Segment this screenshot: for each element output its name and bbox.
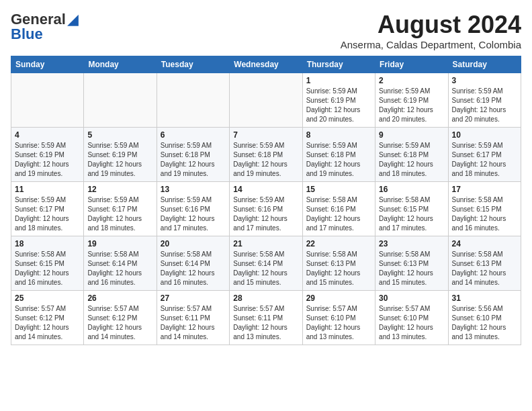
day-number: 22 bbox=[306, 239, 371, 248]
table-row: 15Sunrise: 5:58 AM Sunset: 6:16 PM Dayli… bbox=[302, 182, 375, 236]
table-row: 2Sunrise: 5:59 AM Sunset: 6:19 PM Daylig… bbox=[375, 73, 448, 128]
table-row bbox=[84, 73, 157, 128]
calendar-week-row: 11Sunrise: 5:59 AM Sunset: 6:17 PM Dayli… bbox=[11, 182, 521, 236]
day-info: Sunrise: 5:56 AM Sunset: 6:10 PM Dayligh… bbox=[452, 304, 517, 342]
day-info: Sunrise: 5:59 AM Sunset: 6:18 PM Dayligh… bbox=[161, 141, 226, 179]
calendar-week-row: 1Sunrise: 5:59 AM Sunset: 6:19 PM Daylig… bbox=[11, 73, 521, 128]
day-info: Sunrise: 5:59 AM Sunset: 6:17 PM Dayligh… bbox=[452, 141, 517, 179]
logo-blue: Blue bbox=[11, 26, 43, 43]
logo: General ◢ Blue bbox=[11, 11, 79, 43]
day-info: Sunrise: 5:59 AM Sunset: 6:19 PM Dayligh… bbox=[15, 141, 80, 179]
header-sunday: Sunday bbox=[11, 56, 84, 73]
day-number: 15 bbox=[306, 185, 371, 194]
day-number: 16 bbox=[379, 185, 444, 194]
table-row: 6Sunrise: 5:59 AM Sunset: 6:18 PM Daylig… bbox=[157, 128, 229, 182]
month-year-title: August 2024 bbox=[341, 11, 521, 39]
day-info: Sunrise: 5:58 AM Sunset: 6:13 PM Dayligh… bbox=[306, 250, 371, 287]
day-info: Sunrise: 5:57 AM Sunset: 6:10 PM Dayligh… bbox=[306, 304, 371, 342]
table-row: 4Sunrise: 5:59 AM Sunset: 6:19 PM Daylig… bbox=[11, 128, 84, 182]
day-number: 9 bbox=[379, 130, 444, 140]
calendar-week-row: 18Sunrise: 5:58 AM Sunset: 6:15 PM Dayli… bbox=[11, 236, 521, 291]
day-number: 30 bbox=[379, 293, 444, 303]
day-info: Sunrise: 5:58 AM Sunset: 6:15 PM Dayligh… bbox=[452, 195, 517, 233]
table-row: 18Sunrise: 5:58 AM Sunset: 6:15 PM Dayli… bbox=[11, 236, 84, 291]
day-number: 6 bbox=[161, 130, 226, 140]
table-row: 16Sunrise: 5:58 AM Sunset: 6:15 PM Dayli… bbox=[375, 182, 448, 236]
title-section: August 2024 Anserma, Caldas Department, … bbox=[341, 11, 521, 50]
table-row: 7Sunrise: 5:59 AM Sunset: 6:18 PM Daylig… bbox=[230, 128, 302, 182]
location-subtitle: Anserma, Caldas Department, Colombia bbox=[341, 39, 521, 50]
day-number: 17 bbox=[452, 185, 517, 194]
table-row bbox=[11, 73, 84, 128]
day-info: Sunrise: 5:57 AM Sunset: 6:11 PM Dayligh… bbox=[161, 304, 226, 342]
table-row: 13Sunrise: 5:59 AM Sunset: 6:16 PM Dayli… bbox=[157, 182, 229, 236]
day-number: 21 bbox=[233, 239, 298, 248]
day-info: Sunrise: 5:57 AM Sunset: 6:12 PM Dayligh… bbox=[15, 304, 80, 342]
day-number: 1 bbox=[306, 76, 371, 85]
day-number: 12 bbox=[87, 185, 152, 194]
table-row: 23Sunrise: 5:58 AM Sunset: 6:13 PM Dayli… bbox=[375, 236, 448, 291]
day-number: 23 bbox=[379, 239, 444, 248]
day-number: 25 bbox=[15, 293, 80, 303]
day-number: 2 bbox=[379, 76, 444, 85]
header-monday: Monday bbox=[84, 56, 157, 73]
day-number: 31 bbox=[452, 293, 517, 303]
day-number: 10 bbox=[452, 130, 517, 140]
day-number: 3 bbox=[452, 76, 517, 85]
day-info: Sunrise: 5:59 AM Sunset: 6:18 PM Dayligh… bbox=[379, 141, 444, 179]
day-info: Sunrise: 5:58 AM Sunset: 6:14 PM Dayligh… bbox=[87, 250, 152, 287]
day-info: Sunrise: 5:59 AM Sunset: 6:19 PM Dayligh… bbox=[379, 87, 444, 124]
day-info: Sunrise: 5:59 AM Sunset: 6:18 PM Dayligh… bbox=[306, 141, 371, 179]
table-row bbox=[230, 73, 302, 128]
day-info: Sunrise: 5:59 AM Sunset: 6:16 PM Dayligh… bbox=[233, 195, 298, 233]
table-row: 14Sunrise: 5:59 AM Sunset: 6:16 PM Dayli… bbox=[230, 182, 302, 236]
table-row: 12Sunrise: 5:59 AM Sunset: 6:17 PM Dayli… bbox=[84, 182, 157, 236]
header-tuesday: Tuesday bbox=[157, 56, 229, 73]
table-row: 30Sunrise: 5:57 AM Sunset: 6:10 PM Dayli… bbox=[375, 291, 448, 345]
table-row: 22Sunrise: 5:58 AM Sunset: 6:13 PM Dayli… bbox=[302, 236, 375, 291]
day-number: 4 bbox=[15, 130, 80, 140]
day-number: 29 bbox=[306, 293, 371, 303]
calendar-week-row: 25Sunrise: 5:57 AM Sunset: 6:12 PM Dayli… bbox=[11, 291, 521, 345]
day-info: Sunrise: 5:59 AM Sunset: 6:16 PM Dayligh… bbox=[161, 195, 226, 233]
day-number: 13 bbox=[161, 185, 226, 194]
day-info: Sunrise: 5:59 AM Sunset: 6:18 PM Dayligh… bbox=[233, 141, 298, 179]
table-row bbox=[157, 73, 229, 128]
day-number: 18 bbox=[15, 239, 80, 248]
day-info: Sunrise: 5:59 AM Sunset: 6:19 PM Dayligh… bbox=[452, 87, 517, 124]
day-number: 28 bbox=[233, 293, 298, 303]
day-number: 24 bbox=[452, 239, 517, 248]
calendar-week-row: 4Sunrise: 5:59 AM Sunset: 6:19 PM Daylig… bbox=[11, 128, 521, 182]
day-number: 20 bbox=[161, 239, 226, 248]
day-info: Sunrise: 5:58 AM Sunset: 6:15 PM Dayligh… bbox=[15, 250, 80, 287]
day-number: 11 bbox=[15, 185, 80, 194]
day-info: Sunrise: 5:57 AM Sunset: 6:12 PM Dayligh… bbox=[87, 304, 152, 342]
day-number: 27 bbox=[161, 293, 226, 303]
day-number: 19 bbox=[87, 239, 152, 248]
day-info: Sunrise: 5:58 AM Sunset: 6:13 PM Dayligh… bbox=[379, 250, 444, 287]
day-info: Sunrise: 5:59 AM Sunset: 6:19 PM Dayligh… bbox=[306, 87, 371, 124]
day-number: 8 bbox=[306, 130, 371, 140]
table-row: 10Sunrise: 5:59 AM Sunset: 6:17 PM Dayli… bbox=[448, 128, 521, 182]
day-number: 14 bbox=[233, 185, 298, 194]
table-row: 31Sunrise: 5:56 AM Sunset: 6:10 PM Dayli… bbox=[448, 291, 521, 345]
table-row: 5Sunrise: 5:59 AM Sunset: 6:19 PM Daylig… bbox=[84, 128, 157, 182]
day-info: Sunrise: 5:59 AM Sunset: 6:17 PM Dayligh… bbox=[15, 195, 80, 233]
page-header: General ◢ Blue August 2024 Anserma, Cald… bbox=[11, 11, 521, 50]
day-number: 5 bbox=[87, 130, 152, 140]
table-row: 1Sunrise: 5:59 AM Sunset: 6:19 PM Daylig… bbox=[302, 73, 375, 128]
day-number: 7 bbox=[233, 130, 298, 140]
table-row: 11Sunrise: 5:59 AM Sunset: 6:17 PM Dayli… bbox=[11, 182, 84, 236]
table-row: 28Sunrise: 5:57 AM Sunset: 6:11 PM Dayli… bbox=[230, 291, 302, 345]
table-row: 20Sunrise: 5:58 AM Sunset: 6:14 PM Dayli… bbox=[157, 236, 229, 291]
header-friday: Friday bbox=[375, 56, 448, 73]
table-row: 27Sunrise: 5:57 AM Sunset: 6:11 PM Dayli… bbox=[157, 291, 229, 345]
calendar-header-row: Sunday Monday Tuesday Wednesday Thursday… bbox=[11, 56, 521, 73]
table-row: 26Sunrise: 5:57 AM Sunset: 6:12 PM Dayli… bbox=[84, 291, 157, 345]
logo-bird-icon: ◢ bbox=[67, 11, 79, 28]
day-info: Sunrise: 5:58 AM Sunset: 6:13 PM Dayligh… bbox=[452, 250, 517, 287]
day-info: Sunrise: 5:57 AM Sunset: 6:11 PM Dayligh… bbox=[233, 304, 298, 342]
table-row: 9Sunrise: 5:59 AM Sunset: 6:18 PM Daylig… bbox=[375, 128, 448, 182]
day-info: Sunrise: 5:58 AM Sunset: 6:15 PM Dayligh… bbox=[379, 195, 444, 233]
table-row: 17Sunrise: 5:58 AM Sunset: 6:15 PM Dayli… bbox=[448, 182, 521, 236]
